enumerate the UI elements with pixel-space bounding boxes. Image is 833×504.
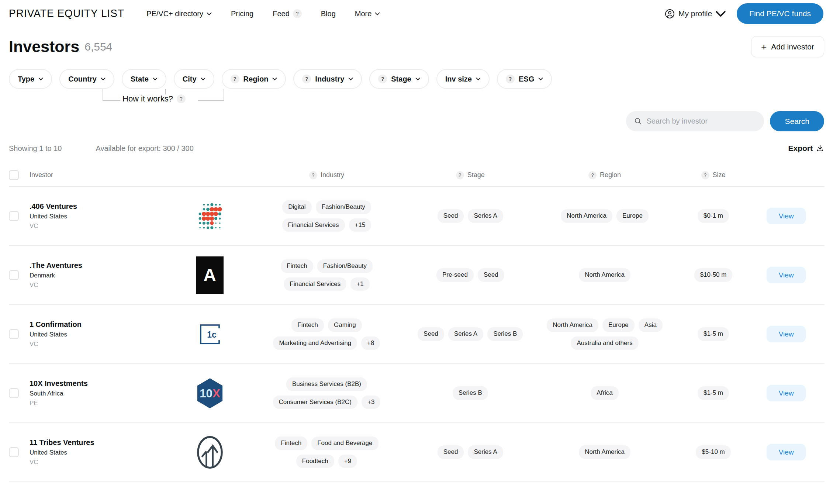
search-button[interactable]: Search [770,111,824,131]
industry-tag: Digital [282,200,311,214]
help-icon[interactable]: ? [506,75,515,83]
search-input[interactable] [646,117,756,125]
search-box[interactable] [626,111,764,131]
view-button[interactable]: View [767,444,806,460]
add-investor-button[interactable]: + Add investor [751,36,824,57]
investor-type: VC [30,222,77,230]
investor-name[interactable]: 10X Investments [30,379,88,388]
industry-tag: Financial Services [284,277,346,291]
help-icon[interactable]: ? [177,94,186,103]
row-checkbox[interactable] [9,211,19,221]
help-icon[interactable]: ? [231,75,239,83]
help-icon[interactable]: ? [302,75,311,83]
industry-more-tag[interactable]: +3 [362,396,380,409]
filter-state[interactable]: State [122,69,166,89]
download-icon [816,144,824,152]
help-icon[interactable]: ? [293,9,302,18]
region-tag: Asia [639,318,663,332]
filter-stage[interactable]: ? Stage [369,69,429,89]
chevron-down-icon [101,77,106,80]
plus-icon: + [761,42,767,52]
chevron-down-icon [207,12,212,15]
nav-more[interactable]: More [355,10,380,18]
chevron-down-icon [476,77,481,80]
chevron-down-icon [201,77,205,80]
filter-industry[interactable]: ? Industry [293,69,362,89]
filter-city[interactable]: City [174,69,214,89]
row-checkbox[interactable] [9,388,19,398]
industry-tag: Fintech [281,259,313,273]
investor-name[interactable]: .406 Ventures [30,202,77,211]
filter-country[interactable]: Country [59,69,114,89]
table-row: 11 Tribes Ventures United States VC Fint… [9,423,824,482]
region-tag: North America [547,318,598,332]
view-button[interactable]: View [767,326,806,342]
brand-logo[interactable]: PRIVATE EQUITY LIST [9,7,124,20]
size-tag: $1-5 m [698,327,729,341]
stage-tag: Series A [448,327,483,341]
industry-more-tag[interactable]: +8 [361,336,380,350]
industry-more-tag[interactable]: +15 [349,218,371,232]
industry-tag: Business Services (B2B) [286,377,367,391]
help-icon[interactable]: ? [378,75,387,83]
select-all-checkbox[interactable] [9,170,19,180]
filter-type[interactable]: Type [9,69,52,89]
table-header: Investor ? Industry ? Stage ? Region ? S… [9,164,824,187]
find-funds-button[interactable]: Find PE/VC funds [737,3,823,24]
svg-text:1c: 1c [207,330,217,339]
nav-feed[interactable]: Feed ? [273,9,302,18]
nav-directory[interactable]: PE/VC+ directory [146,10,212,18]
stage-tag: Series B [487,327,523,341]
help-icon[interactable]: ? [588,171,597,179]
row-checkbox[interactable] [9,329,19,339]
filter-region[interactable]: ? Region [222,69,286,89]
investor-name[interactable]: .The Aventures [30,261,82,270]
nav-pricing[interactable]: Pricing [231,10,253,18]
eleven-tribes-arrow-logo [197,435,223,469]
top-navigation: PRIVATE EQUITY LIST PE/VC+ directory Pri… [0,0,833,26]
view-button[interactable]: View [767,385,806,401]
row-checkbox[interactable] [9,447,19,457]
table-row: 1 Confirmation United States VC 1c Finte… [9,305,824,364]
industry-tag: Fintech [291,318,324,332]
investor-name[interactable]: 11 Tribes Ventures [30,438,94,447]
my-profile-menu[interactable]: My profile [665,9,726,19]
size-tag: $10-50 m [694,268,733,282]
dot-matrix-logo [197,201,222,231]
region-tag: Europe [616,209,649,222]
export-button[interactable]: Export [788,144,824,153]
filter-inv-size[interactable]: Inv size [436,69,490,89]
chevron-down-icon [348,77,353,80]
industry-more-tag[interactable]: +1 [350,277,369,291]
stage-tag: Seed [478,268,504,282]
help-icon[interactable]: ? [456,171,464,179]
investor-name[interactable]: 1 Confirmation [30,320,82,329]
industry-tag: Gaming [328,318,362,332]
table-row: .406 Ventures United States VC [9,187,824,246]
investors-table: Investor ? Industry ? Stage ? Region ? S… [9,164,824,482]
stage-tag: Series A [468,209,503,222]
stage-tag: Seed [418,327,444,341]
stage-tag: Series B [453,386,488,400]
investor-type: PE [30,400,88,407]
chevron-down-icon [153,77,158,80]
column-header-investor: Investor [30,171,176,179]
view-button[interactable]: View [767,208,806,224]
help-icon[interactable]: ? [701,171,709,179]
view-button[interactable]: View [767,267,806,283]
industry-tag: Financial Services [282,218,345,232]
stage-tag: Pre-seed [436,268,474,282]
investor-type: VC [30,282,82,289]
size-tag: $0-1 m [698,209,729,222]
filter-esg[interactable]: ? ESG [497,69,552,89]
column-header-stage: ? Stage [409,171,531,179]
row-checkbox[interactable] [9,270,19,280]
help-icon[interactable]: ? [309,171,317,179]
industry-tag: Food and Beverage [311,436,378,450]
aventures-a-logo: A [196,256,224,294]
industry-more-tag[interactable]: +9 [338,455,357,468]
nav-blog[interactable]: Blog [321,10,336,18]
investor-type: VC [30,341,82,348]
stage-tag: Series A [468,445,503,459]
industry-tag: Fashion/Beauty [316,200,371,214]
